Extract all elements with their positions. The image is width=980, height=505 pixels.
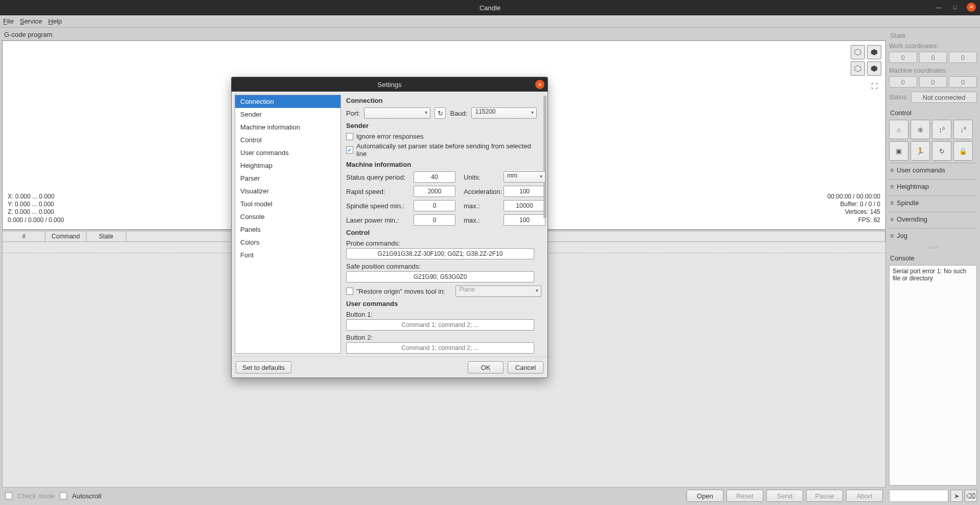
spindle-max-input[interactable]: [504, 200, 545, 211]
maximize-button[interactable]: □: [950, 3, 960, 12]
cat-font[interactable]: Font: [235, 249, 340, 261]
os-title: Candle: [480, 4, 500, 12]
restore-origin-checkbox[interactable]: "Restore origin" moves tool in:: [346, 288, 445, 295]
probe-cmds-label: Probe commands:: [346, 239, 541, 247]
cat-console[interactable]: Console: [235, 210, 340, 223]
probe-cmds-input[interactable]: [346, 248, 534, 259]
max-label-1: max.:: [464, 202, 499, 210]
button1-label: Button 1:: [346, 311, 541, 318]
cat-control[interactable]: Control: [235, 134, 340, 146]
baud-label: Baud:: [450, 109, 467, 117]
cat-tool-model[interactable]: Tool model: [235, 197, 340, 210]
section-connection: Connection: [346, 97, 541, 104]
cat-visualizer[interactable]: Visualizer: [235, 185, 340, 197]
max-label-2: max.:: [464, 216, 499, 224]
settings-dialog: Settings ✕ Connection Sender Machine inf…: [231, 77, 548, 378]
laser-max-input[interactable]: [504, 214, 545, 226]
rapid-label: Rapid speed:: [346, 188, 409, 195]
auto-parser-checkbox[interactable]: ✔Automatically set parser state before s…: [346, 142, 541, 158]
cat-machine-info[interactable]: Machine information: [235, 121, 340, 134]
menu-file[interactable]: File: [3, 17, 14, 25]
restore-plane-select: Plane: [455, 286, 541, 297]
ignore-errors-checkbox[interactable]: Ignore error responses: [346, 133, 541, 140]
section-machine-info: Machine information: [346, 161, 541, 168]
cat-heightmap[interactable]: Heightmap: [235, 159, 340, 172]
section-control: Control: [346, 229, 541, 236]
cat-colors[interactable]: Colors: [235, 236, 340, 249]
cat-connection[interactable]: Connection: [235, 95, 340, 108]
close-button[interactable]: ✕: [967, 3, 976, 12]
settings-category-list[interactable]: Connection Sender Machine information Co…: [235, 95, 341, 354]
menu-help[interactable]: Help: [48, 17, 62, 25]
status-query-label: Status query period:: [346, 173, 409, 181]
set-defaults-button[interactable]: Set to defaults: [236, 361, 291, 374]
port-label: Port:: [346, 109, 360, 117]
button2-input[interactable]: [346, 342, 534, 354]
accel-input[interactable]: [504, 186, 545, 197]
cat-parser[interactable]: Parser: [235, 172, 340, 185]
dialog-title: Settings: [378, 81, 402, 89]
menubar: File Service Help: [0, 15, 980, 28]
laser-min-label: Laser power min.:: [346, 216, 409, 224]
button1-input[interactable]: [346, 319, 534, 331]
content-scrollbar[interactable]: [543, 96, 546, 311]
cat-sender[interactable]: Sender: [235, 108, 340, 121]
cat-panels[interactable]: Panels: [235, 223, 340, 236]
section-user-commands: User commands: [346, 300, 541, 308]
spindle-min-label: Spindle speed min.:: [346, 202, 409, 210]
accel-label: Acceleration:: [464, 188, 499, 195]
spindle-min-input[interactable]: [414, 200, 455, 211]
modal-backdrop: Settings ✕ Connection Sender Machine inf…: [0, 28, 980, 505]
safe-cmds-label: Safe position commands:: [346, 262, 541, 270]
os-titlebar: Candle — □ ✕: [0, 0, 980, 15]
laser-min-input[interactable]: [414, 214, 455, 226]
cat-user-commands[interactable]: User commands: [235, 146, 340, 159]
dialog-close-button[interactable]: ✕: [535, 80, 544, 89]
units-select[interactable]: mm: [504, 171, 545, 183]
minimize-button[interactable]: —: [934, 3, 943, 12]
menu-service[interactable]: Service: [20, 17, 42, 25]
safe-cmds-input[interactable]: [346, 271, 534, 282]
section-sender: Sender: [346, 122, 541, 129]
rapid-input[interactable]: [414, 186, 455, 197]
ok-button[interactable]: OK: [468, 361, 504, 374]
button2-label: Button 2:: [346, 334, 541, 341]
port-select[interactable]: [364, 107, 430, 119]
refresh-ports-button[interactable]: ↻: [435, 107, 446, 119]
status-query-input[interactable]: [414, 171, 455, 183]
cancel-button[interactable]: Cancel: [508, 361, 543, 374]
units-label: Units:: [464, 173, 499, 181]
dialog-titlebar[interactable]: Settings ✕: [232, 77, 548, 92]
baud-select[interactable]: 115200: [471, 107, 537, 119]
